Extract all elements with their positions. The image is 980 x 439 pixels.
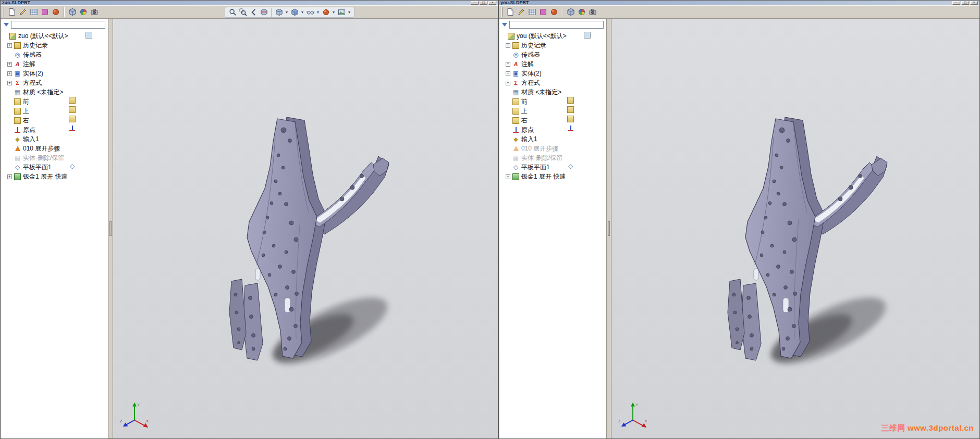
expand-icon[interactable] bbox=[7, 174, 12, 179]
flyout-top-plane-icon[interactable] bbox=[567, 106, 574, 113]
tree-item[interactable]: 上 bbox=[1, 106, 108, 116]
filter-funnel-icon[interactable] bbox=[4, 23, 9, 27]
zoom-area-icon[interactable] bbox=[238, 8, 248, 17]
tree-item[interactable]: 注解 bbox=[499, 59, 606, 69]
view-cube-icon[interactable] bbox=[67, 7, 78, 17]
tree-item[interactable]: 右 bbox=[499, 116, 606, 125]
tree-item[interactable]: 输入1 bbox=[1, 134, 108, 144]
toolbar-grip[interactable] bbox=[3, 7, 4, 17]
realview-globe-icon[interactable] bbox=[78, 7, 89, 17]
splitter-handle[interactable] bbox=[109, 221, 112, 236]
tree-item[interactable]: 前 bbox=[499, 97, 606, 106]
expand-icon[interactable] bbox=[506, 81, 510, 85]
tree-item[interactable]: 平板平面1 bbox=[1, 162, 108, 172]
section-view-icon[interactable] bbox=[259, 8, 268, 17]
document-icon[interactable] bbox=[7, 7, 17, 17]
camera-icon[interactable] bbox=[587, 7, 598, 17]
minimize-button[interactable] bbox=[471, 1, 479, 5]
tree-item[interactable]: 历史记录 bbox=[1, 41, 108, 50]
display-pane-box[interactable] bbox=[584, 32, 591, 39]
document-icon[interactable] bbox=[505, 7, 516, 17]
tree-item[interactable]: 上 bbox=[499, 106, 606, 116]
sketch-icon[interactable] bbox=[516, 7, 526, 17]
zoom-fit-icon[interactable] bbox=[228, 8, 237, 17]
tree-item[interactable]: 方程式 bbox=[1, 78, 108, 87]
display-pane-box[interactable] bbox=[85, 32, 92, 39]
flyout-right-plane-icon[interactable] bbox=[69, 116, 76, 122]
minimize-button[interactable] bbox=[952, 1, 960, 5]
close-button[interactable] bbox=[970, 1, 978, 5]
flyout-right-plane-icon[interactable] bbox=[567, 116, 574, 122]
expand-icon[interactable] bbox=[506, 71, 510, 76]
tree-item[interactable]: 材质 <未指定> bbox=[499, 87, 606, 97]
graphics-viewport[interactable]: 三维网www.3dportal.cn bbox=[611, 19, 979, 438]
tree-filter-input[interactable] bbox=[11, 21, 105, 29]
tree-item[interactable]: 材质 <未指定> bbox=[1, 87, 108, 97]
expand-icon[interactable] bbox=[7, 71, 12, 76]
apply-scene-icon[interactable] bbox=[337, 8, 346, 17]
display-style-icon[interactable] bbox=[290, 8, 299, 17]
table-icon[interactable] bbox=[527, 7, 537, 17]
hide-show-items-icon[interactable] bbox=[305, 8, 315, 17]
dimxpert-icon[interactable] bbox=[538, 7, 548, 17]
view-orientation-dropdown[interactable] bbox=[285, 10, 289, 15]
panel-splitter[interactable] bbox=[607, 19, 611, 438]
expand-icon[interactable] bbox=[7, 62, 12, 67]
realview-globe-icon[interactable] bbox=[577, 7, 587, 17]
tree-item[interactable]: 历史记录 bbox=[499, 41, 606, 50]
flyout-front-plane-icon[interactable] bbox=[567, 97, 574, 104]
restore-button[interactable] bbox=[961, 1, 969, 5]
tree-item[interactable]: 钣金1 展开 快速 bbox=[499, 172, 606, 181]
tree-item[interactable]: 实体-删除/保留 bbox=[499, 153, 606, 162]
expand-icon[interactable] bbox=[506, 43, 510, 48]
part-model[interactable] bbox=[715, 115, 893, 375]
tree-item[interactable]: 平板平面1 bbox=[499, 162, 606, 172]
close-button[interactable] bbox=[488, 1, 496, 5]
splitter-handle[interactable] bbox=[608, 221, 610, 236]
tree-item[interactable]: 010 展开步骤 bbox=[1, 144, 108, 153]
sketch-icon[interactable] bbox=[18, 7, 28, 17]
appearance-ball-icon[interactable] bbox=[549, 7, 559, 17]
display-style-dropdown[interactable] bbox=[300, 10, 304, 15]
tree-item[interactable]: 输入1 bbox=[499, 134, 606, 144]
flyout-front-plane-icon[interactable] bbox=[69, 97, 76, 104]
view-orientation-icon[interactable] bbox=[274, 8, 284, 17]
dimxpert-icon[interactable] bbox=[40, 7, 50, 17]
edit-appearance-icon[interactable] bbox=[321, 8, 330, 17]
camera-icon[interactable] bbox=[89, 7, 100, 17]
flyout-origin-icon[interactable] bbox=[567, 125, 574, 132]
tree-item[interactable]: 注解 bbox=[1, 59, 108, 69]
flyout-top-plane-icon[interactable] bbox=[69, 106, 76, 113]
restore-button[interactable] bbox=[480, 1, 487, 5]
flyout-flat-plane-icon[interactable] bbox=[567, 162, 574, 169]
apply-scene-dropdown[interactable] bbox=[347, 10, 351, 15]
tree-item[interactable]: 实体-删除/保留 bbox=[1, 153, 108, 162]
tree-filter-input[interactable] bbox=[509, 21, 604, 29]
filter-funnel-icon[interactable] bbox=[502, 23, 507, 27]
flyout-flat-plane-icon[interactable] bbox=[69, 162, 76, 169]
expand-icon[interactable] bbox=[7, 81, 12, 85]
part-model[interactable] bbox=[216, 115, 395, 375]
edit-appearance-dropdown[interactable] bbox=[332, 10, 336, 15]
expand-icon[interactable] bbox=[7, 43, 12, 48]
hide-show-items-dropdown[interactable] bbox=[316, 10, 320, 15]
view-cube-icon[interactable] bbox=[566, 7, 576, 17]
tree-item[interactable]: 传感器 bbox=[1, 50, 108, 59]
graphics-viewport[interactable] bbox=[113, 19, 497, 438]
expand-icon[interactable] bbox=[506, 174, 510, 179]
appearance-ball-icon[interactable] bbox=[51, 7, 61, 17]
table-icon[interactable] bbox=[29, 7, 39, 17]
toolbar-grip[interactable] bbox=[501, 7, 503, 17]
panel-splitter[interactable] bbox=[108, 19, 113, 438]
tree-item[interactable]: 原点 bbox=[499, 125, 606, 134]
flyout-origin-icon[interactable] bbox=[69, 125, 76, 132]
tree-item[interactable]: 右 bbox=[1, 116, 108, 125]
tree-item[interactable]: 实体(2) bbox=[499, 69, 606, 78]
tree-item[interactable]: 传感器 bbox=[499, 50, 606, 59]
tree-item[interactable]: 原点 bbox=[1, 125, 108, 134]
tree-item[interactable]: 实体(2) bbox=[1, 69, 108, 78]
expand-icon[interactable] bbox=[506, 62, 510, 67]
tree-item[interactable]: 010 展开步骤 bbox=[499, 144, 606, 153]
tree-item[interactable]: 方程式 bbox=[499, 78, 606, 87]
tree-item[interactable]: 前 bbox=[1, 97, 108, 106]
